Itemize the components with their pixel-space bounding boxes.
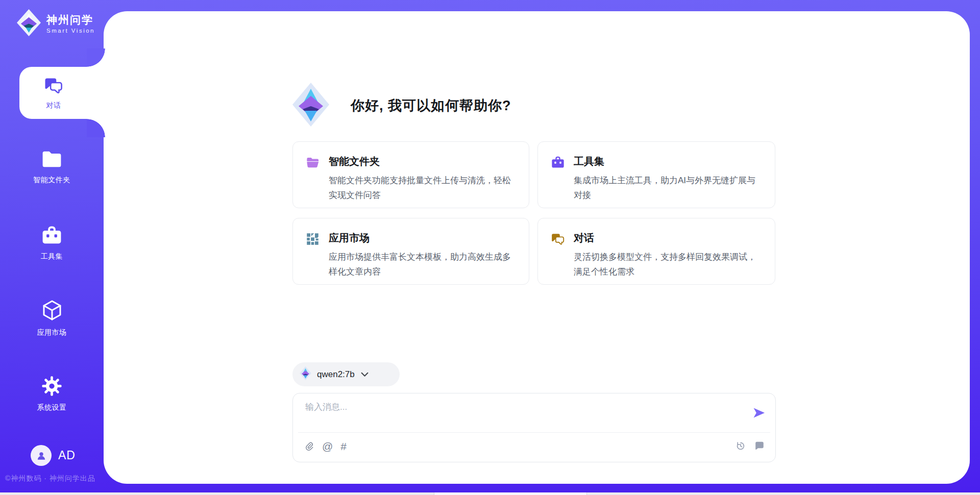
brand-name: 神州问学 xyxy=(46,14,95,26)
sidebar-item-toolset[interactable]: 工具集 xyxy=(0,225,104,261)
card-title: 工具集 xyxy=(574,155,763,168)
model-diamond-logo-icon xyxy=(300,366,311,382)
message-input[interactable] xyxy=(304,400,735,429)
sidebar-item-label: 工具集 xyxy=(41,252,63,261)
horizontal-scrollbar-thumb[interactable] xyxy=(434,492,587,495)
model-name: qwen2:7b xyxy=(317,369,355,380)
composer-divider xyxy=(298,432,770,433)
send-button[interactable] xyxy=(752,406,766,420)
send-icon xyxy=(752,406,766,420)
history-button[interactable] xyxy=(735,440,746,452)
sidebar-item-label: 系统设置 xyxy=(37,403,67,412)
folder-icon xyxy=(41,150,63,171)
card-app-market[interactable]: 应用市场 应用市场提供丰富长文本模板，助力高效生成多样化文章内容 xyxy=(292,218,529,285)
card-smart-folder[interactable]: 智能文件夹 智能文件夹功能支持批量文件上传与清洗，轻松实现文件问答 xyxy=(292,141,529,208)
sidebar-item-label: 对话 xyxy=(46,101,61,110)
sidebar-item-smart-folder[interactable]: 智能文件夹 xyxy=(0,150,104,185)
user-account[interactable]: AD xyxy=(31,445,76,466)
brand-diamond-logo-icon xyxy=(17,9,41,38)
user-initials: AD xyxy=(58,449,76,462)
avatar xyxy=(31,445,52,466)
attach-file-button[interactable] xyxy=(304,441,314,452)
comment-icon xyxy=(754,440,765,452)
card-toolset[interactable]: 工具集 集成市场上主流工具，助力AI与外界无缝扩展与对接 xyxy=(537,141,775,208)
feature-cards: 智能文件夹 智能文件夹功能支持批量文件上传与清洗，轻松实现文件问答 工具集 集成… xyxy=(292,141,775,285)
history-icon xyxy=(735,440,746,452)
greeting: 你好, 我可以如何帮助你? xyxy=(292,83,511,129)
chevron-down-icon xyxy=(361,370,369,379)
grid-icon xyxy=(306,232,320,246)
gear-icon xyxy=(41,376,62,399)
paperclip-icon xyxy=(304,441,314,452)
app-root: { "brand": { "name": "神州问学", "subtitle":… xyxy=(0,0,980,495)
hash-icon[interactable]: # xyxy=(340,440,347,453)
cube-icon xyxy=(41,299,63,324)
card-title: 应用市场 xyxy=(329,231,517,245)
assistant-diamond-logo-icon xyxy=(292,83,329,129)
card-description: 灵活切换多模型文件，支持多样回复效果调试，满足个性化需求 xyxy=(574,250,764,279)
toolbox-icon xyxy=(41,225,63,247)
chat-icon xyxy=(43,76,64,96)
tab-fillet-top xyxy=(87,48,105,67)
sidebar-item-chat[interactable]: 对话 xyxy=(19,67,105,119)
sidebar-item-label: 智能文件夹 xyxy=(33,176,70,185)
horizontal-scrollbar-track[interactable] xyxy=(0,492,980,495)
sidebar-item-app-market[interactable]: 应用市场 xyxy=(0,299,104,337)
brand: 神州问学 Smart Vision xyxy=(17,9,95,38)
conversation-button[interactable] xyxy=(754,440,765,452)
model-selector[interactable]: qwen2:7b xyxy=(292,362,400,386)
sidebar-item-label: 应用市场 xyxy=(37,328,67,337)
composer-tools-right xyxy=(735,440,765,452)
card-description: 应用市场提供丰富长文本模板，助力高效生成多样化文章内容 xyxy=(329,250,518,279)
card-title: 对话 xyxy=(574,231,763,245)
card-chat[interactable]: 对话 灵活切换多模型文件，支持多样回复效果调试，满足个性化需求 xyxy=(537,218,775,285)
greeting-title: 你好, 我可以如何帮助你? xyxy=(351,96,511,115)
card-description: 集成市场上主流工具，助力AI与外界无缝扩展与对接 xyxy=(574,173,764,203)
card-description: 智能文件夹功能支持批量文件上传与清洗，轻松实现文件问答 xyxy=(329,173,518,203)
composer-tools-left: @ # xyxy=(304,440,347,453)
message-composer: @ # xyxy=(292,393,776,462)
sidebar-item-settings[interactable]: 系统设置 xyxy=(0,376,104,412)
mention-icon[interactable]: @ xyxy=(322,440,333,453)
folder-open-icon xyxy=(306,156,320,170)
brand-subtitle: Smart Vision xyxy=(46,28,95,34)
card-title: 智能文件夹 xyxy=(329,155,517,168)
copyright-text: ©神州数码 · 神州问学出品 xyxy=(5,474,95,483)
tab-fillet-bottom xyxy=(87,119,105,137)
main-content: 你好, 我可以如何帮助你? 智能文件夹 智能文件夹功能支持批量文件上传与清洗，轻… xyxy=(104,11,970,484)
briefcase-icon xyxy=(551,156,565,170)
chat-icon xyxy=(551,232,565,246)
